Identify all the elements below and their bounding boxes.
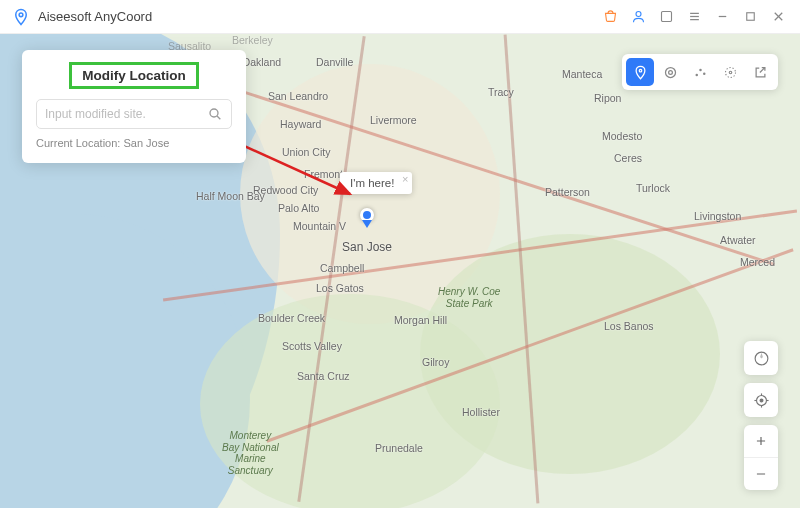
current-location-label: Current Location: San Jose bbox=[36, 137, 232, 149]
city-label: Ripon bbox=[594, 92, 621, 104]
city-label: Modesto bbox=[602, 130, 642, 142]
city-label: Tracy bbox=[488, 86, 514, 98]
city-label: Campbell bbox=[320, 262, 364, 274]
svg-point-18 bbox=[703, 72, 706, 75]
city-label: Union City bbox=[282, 146, 330, 158]
city-label: Boulder Creek bbox=[258, 312, 325, 324]
location-search-field[interactable] bbox=[36, 99, 232, 129]
mode-one-stop[interactable] bbox=[656, 58, 684, 86]
city-label: Santa Cruz bbox=[297, 370, 350, 382]
svg-rect-2 bbox=[661, 12, 671, 22]
svg-point-14 bbox=[668, 70, 672, 74]
search-icon[interactable] bbox=[207, 106, 223, 122]
location-pin-icon[interactable] bbox=[360, 208, 374, 228]
zoom-control bbox=[744, 425, 778, 490]
app-title: Aiseesoft AnyCoord bbox=[38, 9, 152, 24]
svg-point-23 bbox=[760, 399, 763, 402]
maximize-button[interactable] bbox=[736, 3, 764, 31]
shop-button[interactable] bbox=[596, 3, 624, 31]
city-label: Turlock bbox=[636, 182, 670, 194]
park-label: Henry W. CoeState Park bbox=[438, 286, 500, 309]
city-label: Fremont bbox=[304, 168, 343, 180]
title-bar: Aiseesoft AnyCoord bbox=[0, 0, 800, 34]
svg-point-15 bbox=[665, 67, 675, 77]
city-label: Livermore bbox=[370, 114, 417, 126]
city-label: San Leandro bbox=[268, 90, 328, 102]
location-popup: I'm here! × bbox=[340, 172, 412, 194]
minimize-button[interactable] bbox=[708, 3, 736, 31]
popup-close-icon[interactable]: × bbox=[402, 173, 408, 185]
svg-point-16 bbox=[695, 73, 698, 76]
city-label: Half Moon Bay bbox=[196, 190, 265, 202]
city-label: Gilroy bbox=[422, 356, 449, 368]
city-label: Los Banos bbox=[604, 320, 654, 332]
city-label: Atwater bbox=[720, 234, 756, 246]
map-controls bbox=[744, 341, 778, 490]
recenter-button[interactable] bbox=[744, 383, 778, 417]
location-search-input[interactable] bbox=[45, 107, 207, 121]
compass-button[interactable] bbox=[744, 341, 778, 375]
feedback-button[interactable] bbox=[652, 3, 680, 31]
city-label: Mountain V bbox=[293, 220, 346, 232]
svg-point-13 bbox=[639, 69, 642, 72]
city-label: Palo Alto bbox=[278, 202, 319, 214]
city-label: Danville bbox=[316, 56, 353, 68]
city-label: Prunedale bbox=[375, 442, 423, 454]
city-label: Patterson bbox=[545, 186, 590, 198]
park-label: MontereyBay NationalMarineSanctuary bbox=[222, 430, 279, 476]
city-label: San Jose bbox=[342, 240, 392, 254]
city-label: Manteca bbox=[562, 68, 602, 80]
zoom-out-button[interactable] bbox=[744, 458, 778, 490]
city-label: Hollister bbox=[462, 406, 500, 418]
city-label: Scotts Valley bbox=[282, 340, 342, 352]
svg-point-0 bbox=[19, 12, 23, 16]
popup-text: I'm here! bbox=[350, 177, 394, 189]
city-label: Morgan Hill bbox=[394, 314, 447, 326]
close-button[interactable] bbox=[764, 3, 792, 31]
zoom-in-button[interactable] bbox=[744, 425, 778, 457]
svg-point-17 bbox=[699, 68, 702, 71]
panel-heading: Modify Location bbox=[69, 62, 199, 89]
svg-rect-7 bbox=[746, 13, 754, 21]
svg-point-19 bbox=[729, 71, 732, 74]
svg-point-1 bbox=[636, 12, 641, 17]
mode-export[interactable] bbox=[746, 58, 774, 86]
account-button[interactable] bbox=[624, 3, 652, 31]
city-label: Merced bbox=[740, 256, 775, 268]
svg-point-10 bbox=[210, 109, 218, 117]
mode-modify-location[interactable] bbox=[626, 58, 654, 86]
svg-line-11 bbox=[217, 116, 220, 119]
mode-multi-stop[interactable] bbox=[686, 58, 714, 86]
city-label: Hayward bbox=[280, 118, 321, 130]
menu-button[interactable] bbox=[680, 3, 708, 31]
mode-joystick[interactable] bbox=[716, 58, 744, 86]
svg-point-20 bbox=[725, 67, 735, 77]
city-label: Los Gatos bbox=[316, 282, 364, 294]
city-label: Ceres bbox=[614, 152, 642, 164]
city-label: Berkeley bbox=[232, 34, 273, 46]
mode-toolbar bbox=[622, 54, 778, 90]
app-logo-icon bbox=[12, 8, 30, 26]
city-label: Livingston bbox=[694, 210, 741, 222]
modify-location-panel: Modify Location Current Location: San Jo… bbox=[22, 50, 246, 163]
city-label: Oakland bbox=[242, 56, 281, 68]
